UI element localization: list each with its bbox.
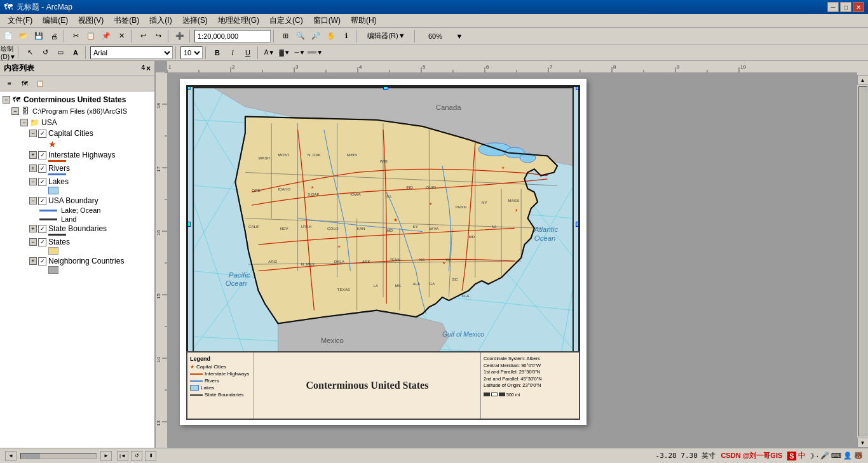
page-refresh-btn[interactable]: ↺ [131,451,142,461]
select-tool[interactable]: ↖ [23,46,37,60]
expand-boundary[interactable]: − [29,197,37,205]
layer-neighboring[interactable]: + Neighboring Countries [0,256,154,266]
editor-dropdown[interactable]: 编辑器(R)▼ [361,29,412,43]
page-pause-btn[interactable]: ⏸ [145,451,156,461]
zoom-full[interactable]: ⊞ [278,29,292,43]
delete-button[interactable]: ✕ [114,29,128,43]
expand-capital[interactable]: − [29,130,37,137]
layer-state-boundaries[interactable]: + State Boundaries [0,224,154,234]
menu-customize[interactable]: 自定义(C) [264,14,308,27]
paste-button[interactable]: 📌 [99,29,113,43]
layer-usa-group[interactable]: − 📁 USA [0,117,154,128]
page-nav: |◄ ↺ ⏸ [117,451,156,461]
print-button[interactable]: 🖨 [47,29,61,43]
scroll-left-btn[interactable]: ◄ [5,451,17,461]
toc-list-view[interactable]: ≡ [3,77,17,91]
scroll-up-btn[interactable]: ▲ [857,75,869,85]
expand-rivers[interactable]: + [29,164,37,172]
new-button[interactable]: 📄 [1,29,15,43]
toc-close-icon[interactable]: × [146,64,151,73]
check-capital[interactable] [38,130,46,138]
rect-btn[interactable]: ▭ [53,46,67,60]
copy-button[interactable]: 📋 [84,29,98,43]
expand-usa[interactable]: − [20,119,28,126]
menu-geoprocessing[interactable]: 地理处理(G) [213,14,264,27]
layer-conterminous[interactable]: − 🗺 Conterminous United States [0,94,154,105]
layer-usa-boundary[interactable]: − USA Boundary [0,196,154,206]
svg-text:N. DAK: N. DAK [308,152,322,157]
undo-button[interactable]: ↩ [136,29,150,43]
fill-color-btn[interactable]: ▓▼ [278,46,292,60]
ruler-top: 1 2 3 4 5 6 7 8 [167,61,868,72]
line-color-btn[interactable]: ─▼ [293,46,307,60]
check-rivers[interactable] [38,164,46,173]
zoom-out[interactable]: 🔎 [309,29,323,43]
scroll-h-container: ◄ ► [5,451,112,461]
font-size-select[interactable]: 10 [180,46,203,59]
minimize-button[interactable]: ─ [827,2,839,12]
toc-source-view[interactable]: 📋 [33,77,47,91]
menu-view[interactable]: 视图(V) [73,14,109,27]
underline-btn[interactable]: U [241,46,255,60]
layer-states[interactable]: − States [0,237,154,247]
sep8 [18,46,20,59]
expand-neighboring[interactable]: + [29,257,37,265]
right-scroll-sidebar: ▲ ▼ [857,72,868,448]
save-button[interactable]: 💾 [32,29,46,43]
expand-state-boundaries[interactable]: + [29,225,37,232]
menu-edit[interactable]: 编辑(E) [37,14,73,27]
redo-button[interactable]: ↪ [151,29,165,43]
cut-button[interactable]: ✂ [69,29,83,43]
scale-input[interactable] [194,30,271,43]
check-boundary[interactable] [38,197,46,205]
font-color-btn[interactable]: A▼ [262,46,276,60]
layer-lakes[interactable]: − Lakes [0,177,154,187]
zoom-dropdown[interactable]: ▼ [452,29,466,43]
expand-conterminous[interactable]: − [3,96,10,104]
toc-toolbar: ≡ 🗺 📋 [0,76,154,91]
menu-select[interactable]: 选择(S) [177,14,213,27]
menu-file[interactable]: 文件(F) [3,14,37,27]
check-highways[interactable] [38,151,46,159]
scroll-right-btn[interactable]: ► [100,451,112,461]
expand-filepath[interactable]: − [11,107,19,115]
maximize-button[interactable]: □ [840,2,851,12]
font-select[interactable]: Arial [90,46,173,59]
bold-btn[interactable]: B [210,46,224,60]
zoom-pct-btn[interactable]: 60% [419,29,451,43]
svg-text:LA: LA [373,283,378,288]
open-button[interactable]: 📂 [17,29,31,43]
menu-bookmarks[interactable]: 书签(B) [109,14,144,27]
add-data-button[interactable]: ➕ [173,29,187,43]
scroll-down-btn[interactable]: ▼ [857,438,869,448]
close-button[interactable]: ✕ [853,2,864,12]
italic-btn[interactable]: I [226,46,240,60]
csdn-bear: 🐻 [854,452,863,460]
check-neighboring[interactable] [38,257,46,265]
check-states[interactable] [38,238,46,246]
menu-insert[interactable]: 插入(I) [144,14,177,27]
expand-states[interactable]: − [29,238,37,246]
page-prev-btn[interactable]: |◄ [117,451,128,461]
layer-capital-cities[interactable]: − Capital Cities [0,128,154,138]
expand-lakes[interactable]: − [29,178,37,185]
check-state-boundaries[interactable] [38,225,46,233]
check-lakes[interactable] [38,178,46,186]
title-bar-left: 🗺 无标题 - ArcMap [4,2,72,13]
layer-filepath[interactable]: − 🗄 C:\Program Files (x86)\ArcGIS [0,105,154,117]
menu-help[interactable]: 帮助(H) [346,14,382,27]
menu-window[interactable]: 窗口(W) [308,14,346,27]
pan-button[interactable]: ✋ [324,29,338,43]
layer-rivers[interactable]: + Rivers [0,163,154,173]
coord-latitude-origin: Latitude of Origin: 23°0'0"N [484,382,576,389]
expand-highways[interactable]: + [29,151,37,159]
rotate-btn[interactable]: ↺ [38,46,52,60]
zoom-in[interactable]: 🔍 [294,29,308,43]
line-width-btn[interactable]: ══▼ [308,46,322,60]
layer-highways[interactable]: + Interstate Highways [0,150,154,160]
identify-button[interactable]: ℹ [339,29,353,43]
toc-map-view[interactable]: 🗺 [18,77,32,91]
svg-text:ALA: ALA [413,281,421,286]
draw-btn[interactable]: 绘制(D)▼ [1,46,15,60]
text-btn[interactable]: A [69,46,83,60]
